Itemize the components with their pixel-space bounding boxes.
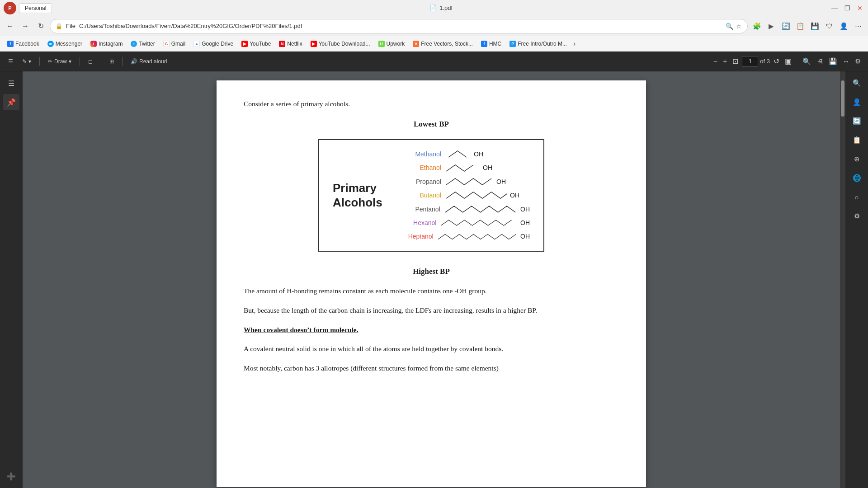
extension-btn-1[interactable]: 🧩 — [750, 20, 763, 33]
butanol-label: Butanol — [405, 190, 441, 200]
back-button[interactable]: ← — [4, 20, 16, 33]
highlight-button[interactable]: ✎ ▾ — [19, 56, 34, 66]
bookmark-gdrive-label: Google Drive — [202, 41, 233, 47]
profile-avatar: P — [4, 2, 16, 14]
extension-btn-6[interactable]: 🛡 — [823, 20, 835, 33]
pdf-page: Consider a series of primary alcohols. L… — [217, 80, 646, 487]
lock-icon: 🔒 — [56, 23, 62, 29]
ls-thumbnails-button[interactable]: ☰ — [3, 75, 19, 91]
forward-button[interactable]: → — [19, 20, 32, 33]
extension-btn-5[interactable]: 💾 — [808, 20, 821, 33]
instagram-icon: i — [90, 41, 97, 47]
alcohol-butanol: Butanol OH — [405, 190, 530, 200]
draw-icon: ✏ — [48, 58, 52, 65]
ethanol-chain — [444, 163, 480, 173]
rs-circle2-button[interactable]: ○ — [849, 189, 865, 205]
addressbar: ← → ↻ 🔒 File C:/Users/Toshiba/Downloads/… — [0, 16, 868, 36]
rotate-button[interactable]: ↺ — [772, 56, 781, 66]
address-box[interactable]: 🔒 File C:/Users/Toshiba/Downloads/Fiverr… — [50, 19, 748, 33]
youtube-icon: ▶ — [241, 41, 248, 47]
ethanol-oh: OH — [483, 163, 492, 173]
star-icon[interactable]: ☆ — [736, 23, 742, 30]
pdf-content[interactable]: Consider a series of primary alcohols. L… — [23, 71, 840, 488]
rs-user-button[interactable]: 👤 — [849, 94, 865, 110]
rs-globe-button[interactable]: 🌐 — [849, 170, 865, 186]
close-button[interactable]: ✕ — [855, 4, 864, 13]
methanol-chain — [444, 149, 471, 159]
bookmark-ytdl[interactable]: ▶ YouTube Download... — [307, 39, 374, 48]
pdf-settings-button[interactable]: ⚙ — [853, 56, 863, 67]
pdf-print-button[interactable]: 🖨 — [815, 56, 825, 67]
page-number-input[interactable] — [742, 56, 758, 67]
rs-settings-button[interactable]: ⚙ — [849, 208, 865, 224]
bookmark-freeintro[interactable]: P Free Intro/Outro M... — [506, 39, 571, 48]
more-button[interactable]: ⋯ — [852, 20, 864, 33]
bookmark-messenger-label: Messenger — [56, 41, 82, 47]
bookmark-twitter-label: Twitter — [139, 41, 155, 47]
draw-button[interactable]: ✏ Draw ▾ — [45, 56, 74, 66]
eraser-icon: ◻ — [88, 58, 93, 65]
heptanol-chain — [436, 232, 518, 242]
more-bookmarks-button[interactable]: › — [571, 40, 577, 48]
alcohol-pentanol: Pentanol OH — [405, 204, 530, 214]
propanol-chain — [444, 177, 494, 187]
toggle-view-button[interactable]: ▣ — [783, 56, 793, 66]
bookmark-gmail[interactable]: G Gmail — [160, 39, 189, 48]
bookmark-netflix[interactable]: N Netflix — [275, 39, 306, 48]
main-container: ☰ 📌 ➕ Consider a series of primary alcoh… — [0, 71, 868, 488]
pdf-fitwidth-button[interactable]: ↔ — [841, 56, 851, 67]
alcohol-methanol: Methanol OH — [405, 149, 530, 159]
heptanol-label: Heptanol — [405, 231, 434, 241]
read-aloud-button[interactable]: 🔊 Read aloud — [128, 56, 170, 66]
fit-page-button[interactable]: ⊡ — [731, 56, 740, 66]
rs-circle-button[interactable]: ⊕ — [849, 151, 865, 167]
alcohol-propanol: Propanol OH — [405, 177, 530, 187]
freevec-icon: V — [413, 41, 419, 47]
bookmark-gdrive[interactable]: ▲ Google Drive — [190, 39, 237, 48]
scrollbar-track[interactable] — [840, 71, 845, 488]
outline-button[interactable]: ☰ — [5, 56, 16, 66]
search-icon[interactable]: 🔍 — [726, 23, 733, 30]
page-of-text: of 3 — [760, 58, 770, 65]
rs-search-button[interactable]: 🔍 — [849, 75, 865, 91]
bookmark-messenger[interactable]: m Messenger — [44, 39, 86, 48]
gdrive-icon: ▲ — [193, 41, 200, 47]
pdf-right-tools: 🔍 🖨 💾 ↔ ⚙ — [801, 56, 863, 67]
zoom-out-button[interactable]: − — [712, 56, 719, 66]
bookmark-twitter[interactable]: t Twitter — [127, 39, 158, 48]
rs-refresh-button[interactable]: 🔄 — [849, 113, 865, 129]
ethanol-label: Ethanol — [405, 163, 441, 173]
url-text: C:/Users/Toshiba/Downloads/Fiverr/Data%2… — [79, 23, 722, 29]
insert-button[interactable]: ⊞ — [107, 56, 117, 66]
extension-btn-2[interactable]: ▶ — [765, 20, 778, 33]
eraser-button[interactable]: ◻ — [85, 56, 95, 66]
ls-bookmarks-button[interactable]: 📌 — [3, 94, 19, 110]
bookmark-facebook[interactable]: f Facebook — [4, 39, 43, 48]
bookmark-instagram[interactable]: i Instagram — [87, 39, 126, 48]
diagram-title-line1: Primary — [333, 181, 377, 195]
bookmark-freevec[interactable]: V Free Vectors, Stock... — [409, 39, 476, 48]
refresh-button[interactable]: ↻ — [34, 20, 47, 33]
propanol-label: Propanol — [405, 177, 441, 187]
zoom-in-button[interactable]: + — [721, 56, 729, 66]
extension-btn-4[interactable]: 📋 — [794, 20, 807, 33]
bookmark-hmc[interactable]: f HMC — [477, 39, 505, 48]
ls-add-button[interactable]: ➕ — [3, 468, 19, 484]
scrollbar-thumb[interactable] — [841, 80, 844, 117]
para4: Most notably, carbon has 3 allotropes (d… — [244, 363, 619, 374]
pentanol-oh: OH — [520, 204, 530, 214]
bookmark-youtube[interactable]: ▶ YouTube — [238, 39, 274, 48]
pdf-save-button[interactable]: 💾 — [827, 56, 839, 67]
rs-copy-button[interactable]: 📋 — [849, 132, 865, 148]
titlebar: P Personal 📄 1.pdf — ❐ ✕ — [0, 0, 868, 16]
minimize-button[interactable]: — — [830, 4, 839, 13]
extension-btn-3[interactable]: 🔄 — [779, 20, 792, 33]
para3: A covalent neutral solid is one in which… — [244, 343, 619, 355]
pdf-search-button[interactable]: 🔍 — [801, 56, 813, 67]
right-sidebar: 🔍 👤 🔄 📋 ⊕ 🌐 ○ ⚙ — [845, 71, 868, 488]
divider-1 — [39, 57, 40, 66]
profile-button[interactable]: 👤 — [837, 20, 850, 33]
maximize-button[interactable]: ❐ — [843, 4, 852, 13]
bookmark-upwork[interactable]: U Upwork — [375, 39, 409, 48]
diagram-title: Primary Alcohols — [333, 181, 382, 209]
